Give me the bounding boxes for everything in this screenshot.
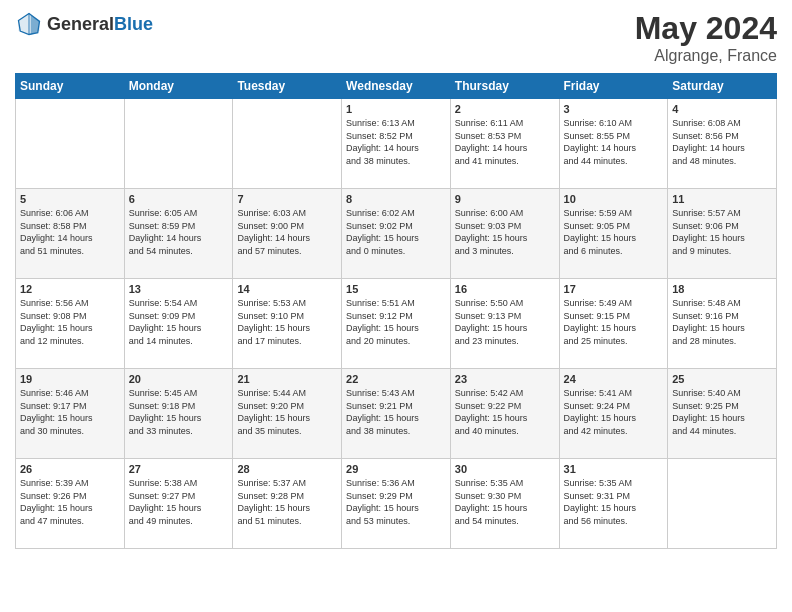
- calendar-cell: 7Sunrise: 6:03 AM Sunset: 9:00 PM Daylig…: [233, 189, 342, 279]
- day-number: 30: [455, 463, 555, 475]
- calendar-week-row: 19Sunrise: 5:46 AM Sunset: 9:17 PM Dayli…: [16, 369, 777, 459]
- calendar-cell: 20Sunrise: 5:45 AM Sunset: 9:18 PM Dayli…: [124, 369, 233, 459]
- calendar-location: Algrange, France: [635, 47, 777, 65]
- day-info: Sunrise: 6:08 AM Sunset: 8:56 PM Dayligh…: [672, 117, 772, 167]
- logo: GeneralBlue: [15, 10, 153, 38]
- day-info: Sunrise: 5:59 AM Sunset: 9:05 PM Dayligh…: [564, 207, 664, 257]
- day-info: Sunrise: 5:51 AM Sunset: 9:12 PM Dayligh…: [346, 297, 446, 347]
- day-number: 19: [20, 373, 120, 385]
- calendar-cell: [124, 99, 233, 189]
- day-number: 8: [346, 193, 446, 205]
- day-number: 28: [237, 463, 337, 475]
- weekday-header-thursday: Thursday: [450, 74, 559, 99]
- calendar-cell: 4Sunrise: 6:08 AM Sunset: 8:56 PM Daylig…: [668, 99, 777, 189]
- day-info: Sunrise: 5:43 AM Sunset: 9:21 PM Dayligh…: [346, 387, 446, 437]
- day-info: Sunrise: 6:02 AM Sunset: 9:02 PM Dayligh…: [346, 207, 446, 257]
- weekday-header-saturday: Saturday: [668, 74, 777, 99]
- day-info: Sunrise: 5:50 AM Sunset: 9:13 PM Dayligh…: [455, 297, 555, 347]
- calendar-body: 1Sunrise: 6:13 AM Sunset: 8:52 PM Daylig…: [16, 99, 777, 549]
- day-info: Sunrise: 5:35 AM Sunset: 9:30 PM Dayligh…: [455, 477, 555, 527]
- day-info: Sunrise: 5:48 AM Sunset: 9:16 PM Dayligh…: [672, 297, 772, 347]
- day-info: Sunrise: 5:41 AM Sunset: 9:24 PM Dayligh…: [564, 387, 664, 437]
- day-info: Sunrise: 6:03 AM Sunset: 9:00 PM Dayligh…: [237, 207, 337, 257]
- day-number: 4: [672, 103, 772, 115]
- calendar-cell: 16Sunrise: 5:50 AM Sunset: 9:13 PM Dayli…: [450, 279, 559, 369]
- weekday-header-sunday: Sunday: [16, 74, 125, 99]
- calendar-cell: [16, 99, 125, 189]
- day-number: 9: [455, 193, 555, 205]
- day-info: Sunrise: 5:42 AM Sunset: 9:22 PM Dayligh…: [455, 387, 555, 437]
- day-info: Sunrise: 6:00 AM Sunset: 9:03 PM Dayligh…: [455, 207, 555, 257]
- page-header: GeneralBlue May 2024 Algrange, France: [15, 10, 777, 65]
- calendar-cell: 23Sunrise: 5:42 AM Sunset: 9:22 PM Dayli…: [450, 369, 559, 459]
- calendar-cell: 29Sunrise: 5:36 AM Sunset: 9:29 PM Dayli…: [342, 459, 451, 549]
- day-info: Sunrise: 6:06 AM Sunset: 8:58 PM Dayligh…: [20, 207, 120, 257]
- calendar-title: May 2024: [635, 10, 777, 47]
- weekday-header-row: SundayMondayTuesdayWednesdayThursdayFrid…: [16, 74, 777, 99]
- calendar-week-row: 1Sunrise: 6:13 AM Sunset: 8:52 PM Daylig…: [16, 99, 777, 189]
- day-number: 23: [455, 373, 555, 385]
- calendar-cell: 31Sunrise: 5:35 AM Sunset: 9:31 PM Dayli…: [559, 459, 668, 549]
- calendar-cell: 15Sunrise: 5:51 AM Sunset: 9:12 PM Dayli…: [342, 279, 451, 369]
- day-info: Sunrise: 5:39 AM Sunset: 9:26 PM Dayligh…: [20, 477, 120, 527]
- day-info: Sunrise: 5:54 AM Sunset: 9:09 PM Dayligh…: [129, 297, 229, 347]
- calendar-cell: 19Sunrise: 5:46 AM Sunset: 9:17 PM Dayli…: [16, 369, 125, 459]
- day-info: Sunrise: 5:56 AM Sunset: 9:08 PM Dayligh…: [20, 297, 120, 347]
- calendar-cell: 17Sunrise: 5:49 AM Sunset: 9:15 PM Dayli…: [559, 279, 668, 369]
- day-info: Sunrise: 5:46 AM Sunset: 9:17 PM Dayligh…: [20, 387, 120, 437]
- weekday-header-monday: Monday: [124, 74, 233, 99]
- day-number: 18: [672, 283, 772, 295]
- calendar-cell: 10Sunrise: 5:59 AM Sunset: 9:05 PM Dayli…: [559, 189, 668, 279]
- day-number: 14: [237, 283, 337, 295]
- calendar-cell: 2Sunrise: 6:11 AM Sunset: 8:53 PM Daylig…: [450, 99, 559, 189]
- calendar-cell: 28Sunrise: 5:37 AM Sunset: 9:28 PM Dayli…: [233, 459, 342, 549]
- day-number: 10: [564, 193, 664, 205]
- day-info: Sunrise: 5:38 AM Sunset: 9:27 PM Dayligh…: [129, 477, 229, 527]
- day-info: Sunrise: 5:57 AM Sunset: 9:06 PM Dayligh…: [672, 207, 772, 257]
- calendar-cell: 21Sunrise: 5:44 AM Sunset: 9:20 PM Dayli…: [233, 369, 342, 459]
- calendar-cell: 11Sunrise: 5:57 AM Sunset: 9:06 PM Dayli…: [668, 189, 777, 279]
- day-info: Sunrise: 5:44 AM Sunset: 9:20 PM Dayligh…: [237, 387, 337, 437]
- day-number: 7: [237, 193, 337, 205]
- calendar-cell: 1Sunrise: 6:13 AM Sunset: 8:52 PM Daylig…: [342, 99, 451, 189]
- calendar-cell: 5Sunrise: 6:06 AM Sunset: 8:58 PM Daylig…: [16, 189, 125, 279]
- day-info: Sunrise: 5:40 AM Sunset: 9:25 PM Dayligh…: [672, 387, 772, 437]
- calendar-cell: 8Sunrise: 6:02 AM Sunset: 9:02 PM Daylig…: [342, 189, 451, 279]
- day-number: 24: [564, 373, 664, 385]
- weekday-header-friday: Friday: [559, 74, 668, 99]
- day-info: Sunrise: 5:49 AM Sunset: 9:15 PM Dayligh…: [564, 297, 664, 347]
- calendar-header: SundayMondayTuesdayWednesdayThursdayFrid…: [16, 74, 777, 99]
- day-info: Sunrise: 5:35 AM Sunset: 9:31 PM Dayligh…: [564, 477, 664, 527]
- calendar-cell: 3Sunrise: 6:10 AM Sunset: 8:55 PM Daylig…: [559, 99, 668, 189]
- logo-text: GeneralBlue: [47, 14, 153, 35]
- day-number: 12: [20, 283, 120, 295]
- day-number: 31: [564, 463, 664, 475]
- calendar-week-row: 5Sunrise: 6:06 AM Sunset: 8:58 PM Daylig…: [16, 189, 777, 279]
- day-number: 5: [20, 193, 120, 205]
- day-number: 25: [672, 373, 772, 385]
- calendar-cell: 24Sunrise: 5:41 AM Sunset: 9:24 PM Dayli…: [559, 369, 668, 459]
- day-number: 11: [672, 193, 772, 205]
- calendar-week-row: 12Sunrise: 5:56 AM Sunset: 9:08 PM Dayli…: [16, 279, 777, 369]
- calendar-table: SundayMondayTuesdayWednesdayThursdayFrid…: [15, 73, 777, 549]
- day-number: 20: [129, 373, 229, 385]
- calendar-cell: 22Sunrise: 5:43 AM Sunset: 9:21 PM Dayli…: [342, 369, 451, 459]
- day-info: Sunrise: 5:36 AM Sunset: 9:29 PM Dayligh…: [346, 477, 446, 527]
- day-info: Sunrise: 5:37 AM Sunset: 9:28 PM Dayligh…: [237, 477, 337, 527]
- calendar-cell: 30Sunrise: 5:35 AM Sunset: 9:30 PM Dayli…: [450, 459, 559, 549]
- day-number: 13: [129, 283, 229, 295]
- logo-general: General: [47, 14, 114, 34]
- day-number: 17: [564, 283, 664, 295]
- day-info: Sunrise: 6:10 AM Sunset: 8:55 PM Dayligh…: [564, 117, 664, 167]
- calendar-cell: 26Sunrise: 5:39 AM Sunset: 9:26 PM Dayli…: [16, 459, 125, 549]
- calendar-cell: [233, 99, 342, 189]
- day-number: 26: [20, 463, 120, 475]
- day-info: Sunrise: 6:13 AM Sunset: 8:52 PM Dayligh…: [346, 117, 446, 167]
- day-number: 21: [237, 373, 337, 385]
- day-number: 22: [346, 373, 446, 385]
- calendar-cell: 13Sunrise: 5:54 AM Sunset: 9:09 PM Dayli…: [124, 279, 233, 369]
- calendar-week-row: 26Sunrise: 5:39 AM Sunset: 9:26 PM Dayli…: [16, 459, 777, 549]
- calendar-cell: 9Sunrise: 6:00 AM Sunset: 9:03 PM Daylig…: [450, 189, 559, 279]
- calendar-cell: [668, 459, 777, 549]
- day-number: 6: [129, 193, 229, 205]
